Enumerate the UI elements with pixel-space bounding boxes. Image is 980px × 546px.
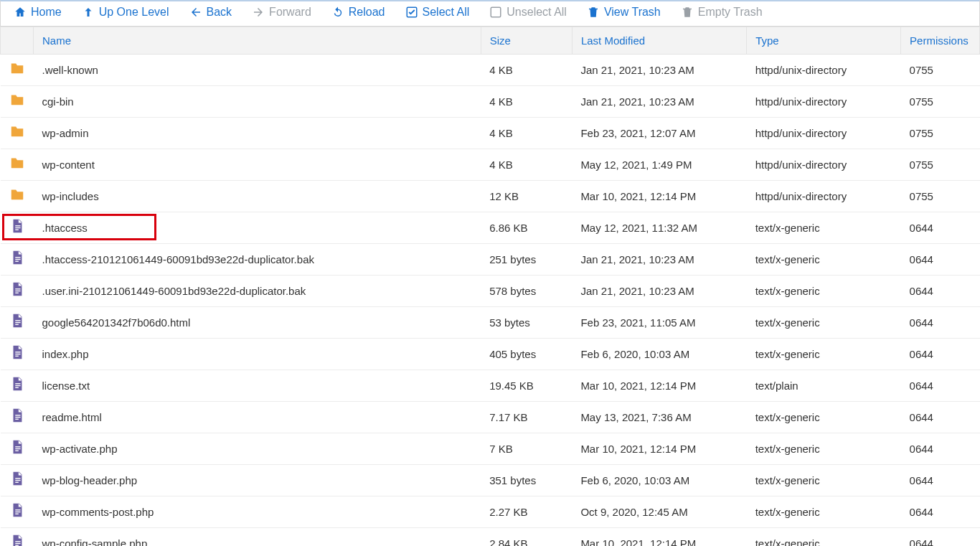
file-size: 7 KB — [481, 433, 572, 465]
table-row[interactable]: wp-blog-header.php351 bytesFeb 6, 2020, … — [1, 465, 980, 496]
file-permissions: 0755 — [901, 181, 980, 212]
file-name[interactable]: .well-known — [34, 55, 481, 86]
file-size: 351 bytes — [481, 465, 572, 496]
file-size: 2.84 KB — [481, 528, 572, 547]
file-modified: Feb 23, 2021, 11:05 AM — [572, 307, 746, 339]
file-modified: May 13, 2021, 7:36 AM — [572, 402, 746, 433]
file-icon — [9, 472, 25, 485]
file-size: 578 bytes — [481, 276, 572, 307]
file-icon — [9, 377, 25, 390]
table-row[interactable]: .htaccess6.86 KBMay 12, 2021, 11:32 AMte… — [1, 212, 980, 244]
file-permissions: 0644 — [901, 465, 980, 496]
file-modified: Feb 6, 2020, 10:03 AM — [572, 465, 746, 496]
file-modified: Oct 9, 2020, 12:45 AM — [572, 496, 746, 528]
file-icon — [9, 346, 25, 359]
file-size: 251 bytes — [481, 244, 572, 276]
home-icon — [14, 6, 27, 19]
column-header-modified[interactable]: Last Modified — [572, 27, 746, 55]
file-icon — [9, 283, 25, 296]
file-modified: May 12, 2021, 1:49 PM — [572, 149, 746, 181]
up-one-level-button[interactable]: Up One Level — [82, 6, 169, 19]
file-name[interactable]: index.php — [34, 339, 481, 370]
file-modified: Jan 21, 2021, 10:23 AM — [572, 55, 746, 86]
table-row[interactable]: cgi-bin4 KBJan 21, 2021, 10:23 AMhttpd/u… — [1, 86, 980, 118]
folder-icon — [9, 156, 25, 169]
toolbar: Home Up One Level Back Forward Reload Se… — [0, 0, 980, 27]
file-size: 19.45 KB — [481, 370, 572, 402]
folder-icon — [9, 93, 25, 106]
forward-label: Forward — [269, 6, 311, 19]
file-icon — [9, 441, 25, 453]
file-icon — [9, 409, 25, 422]
home-button[interactable]: Home — [14, 6, 62, 19]
column-header-icon — [1, 27, 34, 55]
file-type: text/x-generic — [747, 402, 901, 433]
file-type: text/x-generic — [747, 528, 901, 547]
table-row[interactable]: index.php405 bytesFeb 6, 2020, 10:03 AMt… — [1, 339, 980, 370]
trash-icon — [587, 6, 600, 19]
table-row[interactable]: wp-includes12 KBMar 10, 2021, 12:14 PMht… — [1, 181, 980, 212]
file-type: httpd/unix-directory — [747, 118, 901, 149]
table-row[interactable]: wp-config-sample.php2.84 KBMar 10, 2021,… — [1, 528, 980, 547]
file-name[interactable]: .htaccess-210121061449-60091bd93e22d-dup… — [34, 244, 481, 276]
file-size: 4 KB — [481, 149, 572, 181]
back-arrow-icon — [189, 6, 202, 19]
up-arrow-icon — [82, 6, 95, 19]
file-name[interactable]: wp-includes — [34, 181, 481, 212]
file-permissions: 0644 — [901, 307, 980, 339]
table-row[interactable]: .user.ini-210121061449-60091bd93e22d-dup… — [1, 276, 980, 307]
home-label: Home — [31, 6, 62, 19]
column-header-name[interactable]: Name — [34, 27, 481, 55]
file-type: text/x-generic — [747, 496, 901, 528]
reload-label: Reload — [349, 6, 385, 19]
file-permissions: 0644 — [901, 244, 980, 276]
table-row[interactable]: .well-known4 KBJan 21, 2021, 10:23 AMhtt… — [1, 55, 980, 86]
file-name[interactable]: .htaccess — [34, 212, 481, 244]
file-name[interactable]: wp-activate.php — [34, 433, 481, 465]
table-row[interactable]: .htaccess-210121061449-60091bd93e22d-dup… — [1, 244, 980, 276]
file-permissions: 0644 — [901, 276, 980, 307]
table-row[interactable]: wp-content4 KBMay 12, 2021, 1:49 PMhttpd… — [1, 149, 980, 181]
file-icon — [9, 251, 25, 264]
file-name[interactable]: wp-blog-header.php — [34, 465, 481, 496]
file-icon — [9, 535, 25, 546]
file-name[interactable]: wp-admin — [34, 118, 481, 149]
file-name[interactable]: readme.html — [34, 402, 481, 433]
file-name[interactable]: google564201342f7b06d0.html — [34, 307, 481, 339]
file-size: 7.17 KB — [481, 402, 572, 433]
file-permissions: 0644 — [901, 339, 980, 370]
file-permissions: 0755 — [901, 86, 980, 118]
table-row[interactable]: wp-comments-post.php2.27 KBOct 9, 2020, … — [1, 496, 980, 528]
file-permissions: 0644 — [901, 212, 980, 244]
file-modified: Mar 10, 2021, 12:14 PM — [572, 181, 746, 212]
file-type: httpd/unix-directory — [747, 181, 901, 212]
select-all-button[interactable]: Select All — [405, 6, 470, 19]
up-label: Up One Level — [99, 6, 169, 19]
column-header-size[interactable]: Size — [481, 27, 572, 55]
file-permissions: 0644 — [901, 370, 980, 402]
empty-trash-button: Empty Trash — [681, 6, 763, 19]
column-header-type[interactable]: Type — [747, 27, 901, 55]
column-header-permissions[interactable]: Permissions — [901, 27, 980, 55]
forward-button: Forward — [252, 6, 311, 19]
folder-icon — [9, 188, 25, 201]
file-icon — [9, 504, 25, 517]
table-row[interactable]: wp-activate.php7 KBMar 10, 2021, 12:14 P… — [1, 433, 980, 465]
file-table: Name Size Last Modified Type Permissions… — [0, 27, 980, 546]
file-name[interactable]: license.txt — [34, 370, 481, 402]
table-row[interactable]: wp-admin4 KBFeb 23, 2021, 12:07 AMhttpd/… — [1, 118, 980, 149]
file-permissions: 0644 — [901, 433, 980, 465]
file-name[interactable]: wp-content — [34, 149, 481, 181]
view-trash-button[interactable]: View Trash — [587, 6, 661, 19]
file-name[interactable]: .user.ini-210121061449-60091bd93e22d-dup… — [34, 276, 481, 307]
file-name[interactable]: wp-comments-post.php — [34, 496, 481, 528]
table-row[interactable]: readme.html7.17 KBMay 13, 2021, 7:36 AMt… — [1, 402, 980, 433]
reload-button[interactable]: Reload — [331, 6, 385, 19]
file-permissions: 0755 — [901, 118, 980, 149]
table-row[interactable]: license.txt19.45 KBMar 10, 2021, 12:14 P… — [1, 370, 980, 402]
file-name[interactable]: cgi-bin — [34, 86, 481, 118]
file-permissions: 0755 — [901, 149, 980, 181]
back-button[interactable]: Back — [189, 6, 232, 19]
file-name[interactable]: wp-config-sample.php — [34, 528, 481, 547]
table-row[interactable]: google564201342f7b06d0.html53 bytesFeb 2… — [1, 307, 980, 339]
